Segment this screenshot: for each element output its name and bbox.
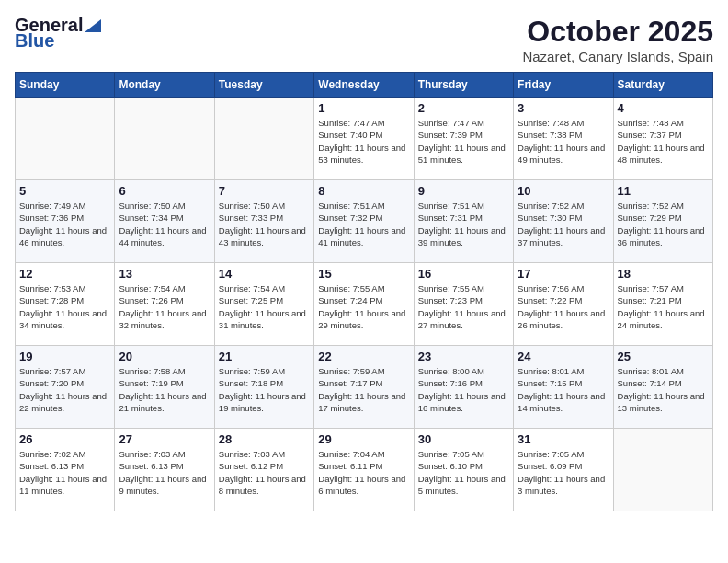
calendar-week-5: 26Sunrise: 7:02 AMSunset: 6:13 PMDayligh… [16, 429, 713, 511]
day-number: 8 [318, 184, 409, 198]
day-info: Sunrise: 7:05 AMSunset: 6:10 PMDaylight:… [418, 448, 509, 497]
title-block: October 2025 Nazaret, Canary Islands, Sp… [522, 15, 713, 64]
day-info: Sunrise: 7:54 AMSunset: 7:25 PMDaylight:… [219, 282, 310, 331]
day-number: 19 [19, 350, 110, 363]
day-number: 12 [19, 267, 110, 281]
calendar-body: 1Sunrise: 7:47 AMSunset: 7:40 PMDaylight… [16, 98, 713, 511]
weekday-header-monday: Monday [115, 73, 214, 98]
calendar-cell: 1Sunrise: 7:47 AMSunset: 7:40 PMDaylight… [314, 98, 414, 180]
calendar-week-2: 5Sunrise: 7:49 AMSunset: 7:36 PMDaylight… [16, 180, 713, 263]
day-number: 3 [518, 101, 609, 115]
day-number: 4 [618, 101, 709, 115]
day-info: Sunrise: 7:48 AMSunset: 7:37 PMDaylight:… [618, 117, 709, 166]
calendar-cell: 3Sunrise: 7:48 AMSunset: 7:38 PMDaylight… [514, 98, 613, 180]
weekday-header-saturday: Saturday [613, 73, 712, 98]
calendar-table: SundayMondayTuesdayWednesdayThursdayFrid… [15, 72, 713, 511]
day-number: 24 [518, 350, 609, 363]
calendar-cell [16, 98, 115, 180]
day-info: Sunrise: 7:04 AMSunset: 6:11 PMDaylight:… [318, 448, 409, 497]
calendar-header: SundayMondayTuesdayWednesdayThursdayFrid… [16, 73, 713, 98]
day-info: Sunrise: 7:51 AMSunset: 7:32 PMDaylight:… [318, 200, 409, 248]
day-info: Sunrise: 7:58 AMSunset: 7:19 PMDaylight:… [119, 365, 210, 414]
month-title: October 2025 [522, 15, 713, 49]
weekday-header-friday: Friday [514, 73, 613, 98]
calendar-cell: 6Sunrise: 7:50 AMSunset: 7:34 PMDaylight… [115, 180, 214, 263]
day-info: Sunrise: 7:52 AMSunset: 7:29 PMDaylight:… [618, 200, 709, 248]
day-info: Sunrise: 7:59 AMSunset: 7:18 PMDaylight:… [219, 365, 310, 414]
day-number: 29 [318, 432, 409, 446]
calendar-cell: 17Sunrise: 7:56 AMSunset: 7:22 PMDayligh… [514, 263, 613, 346]
day-info: Sunrise: 7:49 AMSunset: 7:36 PMDaylight:… [19, 200, 110, 248]
day-info: Sunrise: 7:54 AMSunset: 7:26 PMDaylight:… [119, 282, 210, 331]
day-info: Sunrise: 7:57 AMSunset: 7:21 PMDaylight:… [618, 282, 709, 331]
day-number: 22 [318, 350, 409, 363]
weekday-row: SundayMondayTuesdayWednesdayThursdayFrid… [16, 73, 713, 98]
calendar-cell [613, 429, 712, 511]
calendar-cell [115, 98, 214, 180]
calendar-cell: 25Sunrise: 8:01 AMSunset: 7:14 PMDayligh… [613, 346, 712, 429]
day-info: Sunrise: 7:57 AMSunset: 7:20 PMDaylight:… [19, 365, 110, 414]
location-subtitle: Nazaret, Canary Islands, Spain [522, 49, 713, 64]
day-info: Sunrise: 8:01 AMSunset: 7:15 PMDaylight:… [518, 365, 609, 414]
day-number: 5 [19, 184, 110, 198]
day-number: 30 [418, 432, 509, 446]
day-number: 15 [318, 267, 409, 281]
day-number: 23 [418, 350, 509, 363]
weekday-header-sunday: Sunday [16, 73, 115, 98]
calendar-cell: 24Sunrise: 8:01 AMSunset: 7:15 PMDayligh… [514, 346, 613, 429]
calendar-cell: 2Sunrise: 7:47 AMSunset: 7:39 PMDaylight… [414, 98, 513, 180]
calendar-cell: 22Sunrise: 7:59 AMSunset: 7:17 PMDayligh… [314, 346, 414, 429]
calendar-week-4: 19Sunrise: 7:57 AMSunset: 7:20 PMDayligh… [16, 346, 713, 429]
day-number: 13 [119, 267, 210, 281]
calendar-cell: 28Sunrise: 7:03 AMSunset: 6:12 PMDayligh… [214, 429, 313, 511]
calendar-cell: 7Sunrise: 7:50 AMSunset: 7:33 PMDaylight… [214, 180, 313, 263]
day-number: 26 [19, 432, 110, 446]
calendar-cell: 14Sunrise: 7:54 AMSunset: 7:25 PMDayligh… [214, 263, 313, 346]
day-number: 17 [518, 267, 609, 281]
calendar-cell: 9Sunrise: 7:51 AMSunset: 7:31 PMDaylight… [414, 180, 513, 263]
day-number: 16 [418, 267, 509, 281]
day-info: Sunrise: 7:55 AMSunset: 7:23 PMDaylight:… [418, 282, 509, 331]
logo-icon [85, 16, 101, 32]
day-info: Sunrise: 7:05 AMSunset: 6:09 PMDaylight:… [518, 448, 609, 497]
calendar-cell: 21Sunrise: 7:59 AMSunset: 7:18 PMDayligh… [214, 346, 313, 429]
day-info: Sunrise: 7:48 AMSunset: 7:38 PMDaylight:… [518, 117, 609, 166]
weekday-header-wednesday: Wednesday [314, 73, 414, 98]
logo-blue-text: Blue [15, 30, 54, 52]
day-info: Sunrise: 8:00 AMSunset: 7:16 PMDaylight:… [418, 365, 509, 414]
svg-marker-0 [85, 19, 101, 32]
day-info: Sunrise: 7:56 AMSunset: 7:22 PMDaylight:… [518, 282, 609, 331]
calendar-cell: 10Sunrise: 7:52 AMSunset: 7:30 PMDayligh… [514, 180, 613, 263]
day-info: Sunrise: 7:03 AMSunset: 6:12 PMDaylight:… [219, 448, 310, 497]
day-info: Sunrise: 7:51 AMSunset: 7:31 PMDaylight:… [418, 200, 509, 248]
day-info: Sunrise: 7:50 AMSunset: 7:33 PMDaylight:… [219, 200, 310, 248]
day-number: 11 [618, 184, 709, 198]
calendar-cell: 20Sunrise: 7:58 AMSunset: 7:19 PMDayligh… [115, 346, 214, 429]
day-number: 10 [518, 184, 609, 198]
calendar-cell: 13Sunrise: 7:54 AMSunset: 7:26 PMDayligh… [115, 263, 214, 346]
day-info: Sunrise: 7:03 AMSunset: 6:13 PMDaylight:… [119, 448, 210, 497]
day-number: 18 [618, 267, 709, 281]
day-info: Sunrise: 7:47 AMSunset: 7:40 PMDaylight:… [318, 117, 409, 166]
day-number: 25 [618, 350, 709, 363]
day-info: Sunrise: 8:01 AMSunset: 7:14 PMDaylight:… [618, 365, 709, 414]
day-number: 21 [219, 350, 310, 363]
page-header: General Blue October 2025 Nazaret, Canar… [15, 15, 713, 64]
calendar-cell: 29Sunrise: 7:04 AMSunset: 6:11 PMDayligh… [314, 429, 414, 511]
calendar-cell: 18Sunrise: 7:57 AMSunset: 7:21 PMDayligh… [613, 263, 712, 346]
day-info: Sunrise: 7:53 AMSunset: 7:28 PMDaylight:… [19, 282, 110, 331]
calendar-cell: 11Sunrise: 7:52 AMSunset: 7:29 PMDayligh… [613, 180, 712, 263]
calendar-cell [214, 98, 313, 180]
day-number: 31 [518, 432, 609, 446]
day-number: 28 [219, 432, 310, 446]
day-info: Sunrise: 7:55 AMSunset: 7:24 PMDaylight:… [318, 282, 409, 331]
day-number: 1 [318, 101, 409, 115]
calendar-cell: 26Sunrise: 7:02 AMSunset: 6:13 PMDayligh… [16, 429, 115, 511]
calendar-cell: 4Sunrise: 7:48 AMSunset: 7:37 PMDaylight… [613, 98, 712, 180]
weekday-header-thursday: Thursday [414, 73, 513, 98]
day-number: 20 [119, 350, 210, 363]
calendar-cell: 8Sunrise: 7:51 AMSunset: 7:32 PMDaylight… [314, 180, 414, 263]
day-number: 9 [418, 184, 509, 198]
day-number: 14 [219, 267, 310, 281]
calendar-week-3: 12Sunrise: 7:53 AMSunset: 7:28 PMDayligh… [16, 263, 713, 346]
